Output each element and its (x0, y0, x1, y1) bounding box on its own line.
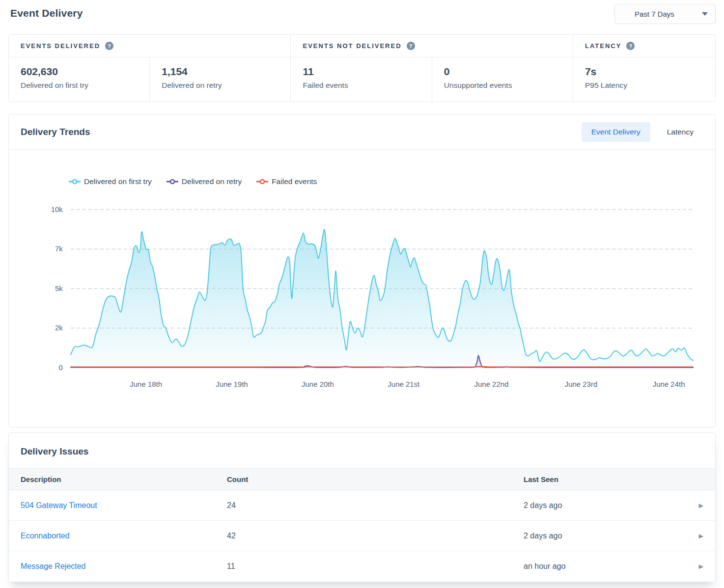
legend-item-first-try[interactable]: Delivered on first try (69, 177, 152, 186)
issue-last-seen: an hour ago (524, 562, 683, 571)
y-axis-tick-label: 7k (55, 244, 63, 253)
table-row: 504 Gateway Timeout 24 2 days ago ▶ (9, 490, 715, 521)
page-header: Event Delivery Past 7 Days (8, 0, 716, 28)
y-axis-tick-label: 2k (55, 323, 63, 332)
metric-p95-latency: 7s P95 Latency (573, 57, 715, 102)
delivery-trends-chart: 02k5k7k10kJune 18thJune 19thJune 20thJun… (9, 150, 715, 427)
legend-label: Delivered on retry (182, 177, 242, 186)
delivery-issues-title: Delivery Issues (9, 433, 715, 468)
date-range-select[interactable]: Past 7 Days (614, 4, 716, 24)
metric-value: 11 (303, 66, 419, 78)
stat-group-latency: LATENCY ? 7s P95 Latency (573, 35, 715, 102)
stat-group-title: EVENTS DELIVERED (21, 42, 100, 50)
tab-latency[interactable]: Latency (657, 122, 703, 142)
metric-label: Delivered on retry (162, 81, 278, 90)
column-header-count: Count (227, 475, 524, 483)
stat-group-title: EVENTS NOT DELIVERED (303, 42, 401, 50)
tab-event-delivery[interactable]: Event Delivery (582, 122, 650, 142)
x-axis-tick-label: June 18th (130, 380, 162, 388)
metric-unsupported-events: 0 Unsupported events (432, 57, 573, 102)
table-row: Econnaborted 42 2 days ago ▶ (9, 521, 715, 551)
delivery-trends-card: Delivery Trends Event Delivery Latency (8, 114, 716, 428)
chevron-right-icon[interactable]: ▶ (699, 533, 703, 539)
x-axis-tick-label: June 20th (302, 380, 334, 388)
legend-item-retry[interactable]: Delivered on retry (167, 177, 242, 186)
y-axis-tick-label: 0 (59, 363, 63, 372)
metric-delivered-retry: 1,154 Delivered on retry (149, 57, 290, 102)
stat-group-header: EVENTS NOT DELIVERED ? (291, 35, 572, 57)
metric-label: P95 Latency (585, 81, 703, 90)
issue-link[interactable]: 504 Gateway Timeout (21, 501, 227, 510)
metric-label: Delivered on first try (21, 81, 138, 90)
x-axis-tick-label: June 22nd (474, 380, 509, 388)
page-title: Event Delivery (8, 7, 83, 19)
column-header-last-seen: Last Seen (524, 475, 683, 483)
legend-marker-icon (167, 179, 178, 185)
stats-bar: EVENTS DELIVERED ? 602,630 Delivered on … (8, 34, 716, 102)
issue-link[interactable]: Econnaborted (21, 532, 227, 540)
metric-value: 7s (585, 66, 703, 78)
y-axis-tick-label: 10k (51, 205, 63, 214)
legend-item-failed[interactable]: Failed events (256, 177, 317, 186)
x-axis-tick-label: June 19th (216, 380, 248, 388)
table-row: Message Rejected 11 an hour ago ▶ (9, 551, 715, 582)
legend-marker-icon (256, 179, 268, 185)
caret-down-icon (702, 12, 708, 16)
delivery-trends-header: Delivery Trends Event Delivery Latency (9, 114, 715, 150)
y-axis-tick-label: 5k (55, 284, 63, 293)
issue-count: 11 (227, 562, 524, 571)
metric-label: Failed events (303, 81, 419, 90)
delivery-trends-chart-area: 02k5k7k10kJune 18thJune 19thJune 20thJun… (9, 150, 715, 427)
metric-value: 1,154 (162, 66, 278, 78)
stat-group-events-not-delivered: EVENTS NOT DELIVERED ? 11 Failed events … (291, 35, 573, 102)
series-line-2 (71, 367, 693, 367)
issue-last-seen: 2 days ago (524, 501, 683, 510)
event-delivery-page: Event Delivery Past 7 Days EVENTS DELIVE… (0, 0, 724, 582)
stat-group-header: LATENCY ? (573, 35, 715, 57)
delivery-issues-table: Description Count Last Seen 504 Gateway … (9, 468, 715, 582)
issue-link[interactable]: Message Rejected (21, 562, 227, 571)
help-icon[interactable]: ? (626, 42, 635, 50)
metric-value: 602,630 (21, 66, 138, 78)
help-icon[interactable]: ? (105, 42, 113, 50)
chart-legend: Delivered on first try Delivered on retr… (69, 177, 317, 186)
stat-group-events-delivered: EVENTS DELIVERED ? 602,630 Delivered on … (9, 35, 291, 102)
delivery-trends-title: Delivery Trends (21, 127, 90, 137)
metric-failed-events: 11 Failed events (291, 57, 431, 102)
stat-group-title: LATENCY (585, 42, 621, 50)
legend-label: Failed events (272, 177, 317, 186)
issue-count: 24 (227, 501, 524, 510)
stat-group-header: EVENTS DELIVERED ? (9, 35, 290, 57)
column-header-description: Description (21, 475, 227, 483)
legend-marker-icon (69, 179, 81, 185)
metric-label: Unsupported events (444, 81, 561, 90)
delivery-issues-card: Delivery Issues Description Count Last S… (8, 432, 716, 582)
issue-count: 42 (227, 532, 524, 540)
chevron-right-icon[interactable]: ▶ (699, 502, 703, 509)
x-axis-tick-label: June 21st (388, 380, 420, 388)
x-axis-tick-label: June 23rd (565, 380, 598, 388)
metric-delivered-first-try: 602,630 Delivered on first try (9, 57, 149, 102)
issue-last-seen: 2 days ago (524, 532, 683, 540)
table-header-row: Description Count Last Seen (9, 468, 715, 490)
x-axis-tick-label: June 24th (653, 380, 685, 388)
chevron-right-icon[interactable]: ▶ (699, 563, 703, 570)
help-icon[interactable]: ? (407, 42, 415, 50)
date-range-value: Past 7 Days (635, 10, 674, 18)
metric-value: 0 (444, 66, 561, 78)
legend-label: Delivered on first try (84, 177, 152, 186)
trends-tabs: Event Delivery Latency (582, 122, 703, 142)
